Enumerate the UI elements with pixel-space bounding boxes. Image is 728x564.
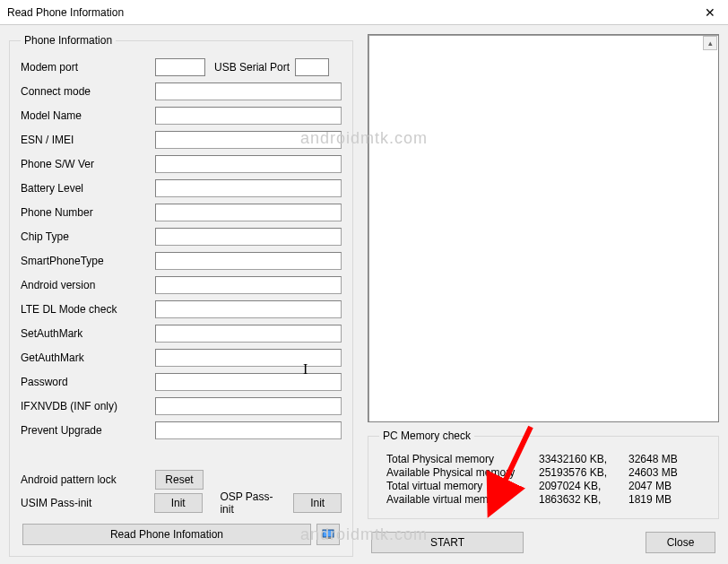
label-get-auth: GetAuthMark [21, 351, 155, 364]
field-phone-sw[interactable] [155, 155, 342, 173]
field-get-auth[interactable] [155, 349, 342, 367]
osp-init-button[interactable]: Init [293, 493, 342, 513]
right-column: ▴ PC Memory check Total Physical memory … [368, 34, 719, 555]
label-phone-sw: Phone S/W Ver [21, 158, 155, 170]
field-chip-type[interactable] [155, 228, 342, 246]
row-connect-mode: Connect mode [21, 80, 342, 103]
mem-kb: 33432160 KB, [539, 453, 628, 465]
row-usim-pass: USIM Pass-init Init OSP Pass-init Init [21, 491, 342, 515]
scroll-up-icon[interactable]: ▴ [703, 36, 717, 50]
mem-label: Available virtual memory [386, 493, 539, 506]
field-model-name[interactable] [155, 107, 342, 125]
pc-memory-table: Total Physical memory 33432160 KB, 32648… [379, 451, 707, 508]
field-set-auth[interactable] [155, 325, 342, 343]
row-set-auth: SetAuthMark [21, 322, 342, 345]
label-prevent-upgrade: Prevent Upgrade [21, 424, 155, 437]
field-lte-dl[interactable] [155, 300, 342, 318]
field-modem-port[interactable] [155, 58, 205, 76]
titlebar: Read Phone Information ✕ [0, 0, 728, 25]
usim-init-button[interactable]: Init [154, 493, 203, 513]
row-prevent-upgrade: Prevent Upgrade [21, 419, 342, 442]
label-usb-serial: USB Serial Port [214, 61, 290, 74]
row-read-phone: Read Phone Infomation [21, 524, 342, 545]
field-prevent-upgrade[interactable] [155, 421, 342, 439]
field-android-version[interactable] [155, 276, 342, 294]
close-icon[interactable]: ✕ [692, 0, 728, 25]
row-model-name: Model Name [21, 104, 342, 127]
phone-info-group: Phone Information Modem port USB Serial … [9, 34, 353, 557]
left-column: Phone Information Modem port USB Serial … [9, 34, 353, 555]
row-password: Password [21, 370, 342, 394]
label-model-name: Model Name [21, 109, 155, 122]
mem-kb: 1863632 KB, [539, 493, 628, 506]
field-password[interactable] [155, 373, 342, 391]
field-usb-serial[interactable] [295, 58, 329, 76]
label-ifxnvdb: IFXNVDB (INF only) [21, 400, 155, 412]
svg-rect-0 [323, 530, 334, 537]
window-title: Read Phone Information [7, 6, 692, 19]
read-phone-button[interactable]: Read Phone Infomation [22, 524, 311, 545]
log-textarea[interactable]: ▴ [368, 34, 719, 422]
content-area: Phone Information Modem port USB Serial … [0, 25, 728, 564]
row-phone-number: Phone Number [21, 201, 342, 224]
field-connect-mode[interactable] [155, 82, 342, 100]
field-phone-number[interactable] [155, 204, 342, 221]
mem-label: Total Physical memory [386, 453, 539, 465]
label-osp-pass: OSP Pass-init [220, 490, 286, 516]
row-battery: Battery Level [21, 177, 342, 200]
mem-mb: 2047 MB [628, 480, 700, 492]
field-esn-imei[interactable] [155, 131, 342, 149]
label-android-version: Android version [21, 279, 155, 291]
pc-memory-legend: PC Memory check [379, 430, 474, 442]
label-smartphone-type: SmartPhoneType [21, 255, 155, 267]
label-connect-mode: Connect mode [21, 85, 155, 98]
label-password: Password [21, 376, 155, 388]
row-get-auth: GetAuthMark [21, 346, 342, 369]
row-esn-imei: ESN / IMEI [21, 128, 342, 152]
close-button[interactable]: Close [646, 532, 715, 553]
mem-label: Available Physical memory [386, 466, 539, 479]
label-android-pattern: Android pattern lock [21, 473, 155, 486]
mem-mb: 1819 MB [628, 493, 700, 506]
monitor-icon[interactable] [316, 524, 340, 545]
phone-info-legend: Phone Information [21, 34, 116, 47]
label-phone-number: Phone Number [21, 206, 155, 219]
row-phone-sw: Phone S/W Ver [21, 152, 342, 176]
label-lte-dl: LTE DL Mode check [21, 303, 155, 316]
row-chip-type: Chip Type [21, 225, 342, 248]
start-button[interactable]: START [371, 532, 524, 553]
mem-kb: 2097024 KB, [539, 480, 628, 492]
label-chip-type: Chip Type [21, 230, 155, 243]
mem-kb: 25193576 KB, [539, 466, 628, 479]
row-lte-dl: LTE DL Mode check [21, 298, 342, 321]
field-battery[interactable] [155, 179, 342, 197]
pc-memory-group: PC Memory check Total Physical memory 33… [368, 430, 719, 519]
label-usim-pass: USIM Pass-init [21, 497, 154, 509]
row-android-pattern: Android pattern lock Reset [21, 468, 342, 491]
label-modem-port: Modem port [21, 61, 155, 74]
field-ifxnvdb[interactable] [155, 397, 342, 415]
label-esn-imei: ESN / IMEI [21, 134, 155, 146]
field-smartphone-type[interactable] [155, 252, 342, 270]
svg-rect-1 [325, 537, 331, 539]
row-modem-port: Modem port USB Serial Port [21, 56, 342, 79]
mem-label: Total virtual memory [386, 480, 539, 492]
label-battery: Battery Level [21, 182, 155, 195]
row-android-version: Android version [21, 273, 342, 297]
reset-button[interactable]: Reset [155, 470, 204, 490]
footer-buttons: START Close [368, 532, 719, 555]
mem-mb: 32648 MB [628, 453, 700, 465]
label-set-auth: SetAuthMark [21, 327, 155, 340]
row-ifxnvdb: IFXNVDB (INF only) [21, 395, 342, 418]
row-smartphone-type: SmartPhoneType [21, 249, 342, 273]
mem-mb: 24603 MB [628, 466, 700, 479]
